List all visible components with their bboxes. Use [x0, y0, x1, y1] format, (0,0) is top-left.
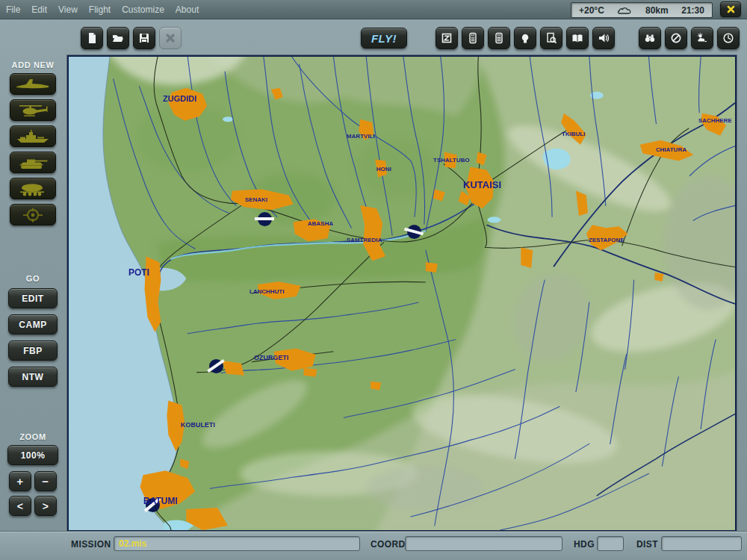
city-label-senaki: SENAKI: [245, 196, 267, 203]
airfield-icon[interactable]: [206, 356, 226, 376]
target-crosshair-icon: [16, 208, 50, 223]
delete-button-disabled: [159, 27, 182, 49]
save-mission-button[interactable]: [133, 27, 155, 49]
city-label-zestafone: ZESTAFONE: [589, 237, 624, 243]
go-label: GO: [0, 274, 66, 283]
next-button[interactable]: >: [34, 496, 57, 516]
add-ship-button[interactable]: [10, 125, 56, 147]
city-label-ozurgeti: OZURGETI: [254, 354, 289, 361]
add-airplane-button[interactable]: [10, 73, 56, 95]
airfield-icon[interactable]: [255, 209, 274, 228]
status-bar: MISSION COORD HDG DIST: [0, 531, 747, 560]
helicopter-icon: [16, 103, 50, 118]
go-edit-button[interactable]: EDIT: [8, 288, 58, 308]
sound-button[interactable]: [592, 27, 615, 49]
zoom-level-button[interactable]: 100%: [7, 445, 58, 465]
open-mission-button[interactable]: [107, 27, 129, 49]
mission-input[interactable]: [114, 536, 360, 551]
map-viewport[interactable]: ZUGDIDIMARTVILIHONITSHALTUBOKUTAISITKIBU…: [67, 55, 737, 532]
clock-icon: [722, 32, 734, 44]
map-labels-layer: ZUGDIDIMARTVILIHONITSHALTUBOKUTAISITKIBU…: [69, 57, 735, 530]
city-label-chiatura: CHIATURA: [656, 146, 686, 153]
hdg-label: HDG: [574, 539, 595, 550]
restrictions-button[interactable]: [665, 27, 687, 49]
temperature-value: +20°C: [579, 5, 604, 16]
delete-x-icon: [164, 32, 176, 44]
binoculars-icon: [644, 32, 656, 44]
city-label-tshaltubo: TSHALTUBO: [433, 157, 470, 164]
airplane-icon: [16, 77, 50, 92]
new-document-icon: [86, 32, 98, 44]
zoom-in-button[interactable]: +: [9, 471, 31, 491]
city-label-sachhere: SACHHERE: [698, 117, 732, 124]
menu-view[interactable]: View: [58, 4, 78, 15]
ship-icon: [16, 129, 50, 144]
visibility-value: 80km: [645, 5, 669, 16]
weather-status-box: +20°C 80km 21:30: [571, 2, 713, 18]
search-document-icon: [545, 32, 557, 44]
briefing-button[interactable]: [462, 27, 484, 49]
fly-button[interactable]: FLY!: [361, 28, 407, 49]
go-ntw-button[interactable]: NTW: [8, 367, 58, 387]
debriefing-button[interactable]: [488, 27, 510, 49]
go-camp-button[interactable]: CAMP: [8, 314, 58, 335]
add-vehicle-button[interactable]: [10, 152, 56, 173]
new-mission-button[interactable]: [81, 27, 103, 49]
menu-flight[interactable]: Flight: [89, 4, 111, 15]
coord-input[interactable]: [405, 536, 562, 551]
save-floppy-icon: [138, 32, 150, 44]
city-label-kutaisi: KUTAISI: [463, 179, 501, 190]
speaker-icon: [598, 32, 610, 44]
city-label-zugdidi: ZUGDIDI: [163, 94, 196, 103]
zoom-label: ZOOM: [0, 432, 66, 441]
city-label-batumi: BATUMI: [143, 496, 178, 506]
cloud-icon: [617, 6, 632, 14]
hdg-input[interactable]: [597, 536, 624, 551]
time-value: 21:30: [681, 5, 704, 16]
add-train-button[interactable]: [10, 178, 56, 199]
dist-input[interactable]: [661, 536, 742, 551]
debriefing-icon: [493, 32, 505, 44]
no-entry-icon: [670, 32, 682, 44]
time-of-day-button[interactable]: [717, 27, 740, 49]
open-book-icon: [571, 32, 583, 44]
city-label-martvili: MARTVILI: [347, 133, 375, 140]
city-label-abasha: ABASHA: [308, 220, 333, 227]
object-viewer-button[interactable]: [540, 27, 562, 49]
city-label-samtredia: SAMTREDIA: [347, 237, 382, 243]
x-icon: [727, 5, 735, 13]
train-car-icon: [16, 181, 50, 196]
go-fbp-button[interactable]: FBP: [8, 340, 58, 361]
city-label-honi: HONI: [376, 166, 391, 172]
menu-about[interactable]: About: [176, 4, 199, 15]
dist-label: DIST: [636, 539, 658, 550]
add-helicopter-button[interactable]: [10, 99, 56, 121]
briefing-icon: [467, 32, 479, 44]
add-target-button[interactable]: [10, 204, 56, 225]
pilot-head-icon: [519, 32, 531, 44]
time-compression-button[interactable]: [436, 27, 458, 49]
prev-button[interactable]: <: [9, 496, 31, 516]
mission-label: MISSION: [71, 539, 111, 550]
open-folder-icon: [112, 32, 124, 44]
airfield-icon[interactable]: [404, 222, 424, 241]
pilot-button[interactable]: [514, 27, 536, 49]
tank-icon: [16, 155, 50, 170]
menu-file[interactable]: File: [6, 4, 20, 15]
city-label-kobuleti: KOBULETI: [181, 421, 215, 429]
add-new-label: ADD NEW: [0, 60, 66, 69]
binoculars-button[interactable]: [639, 27, 661, 49]
time-z-icon: [441, 32, 453, 44]
zoom-out-button[interactable]: −: [34, 471, 57, 491]
city-label-lanchhuti: LANCHHUTI: [249, 288, 285, 295]
sun-cloud-icon: [696, 32, 708, 44]
close-button[interactable]: [720, 1, 741, 17]
weather-button[interactable]: [691, 27, 713, 49]
menu-customize[interactable]: Customize: [122, 4, 164, 15]
city-label-poti: POTI: [128, 267, 149, 278]
city-label-tkibuli: TKIBULI: [562, 131, 586, 137]
coord-label: COORD: [371, 539, 406, 550]
encyclopedia-button[interactable]: [566, 27, 589, 49]
menu-edit[interactable]: Edit: [31, 4, 47, 15]
